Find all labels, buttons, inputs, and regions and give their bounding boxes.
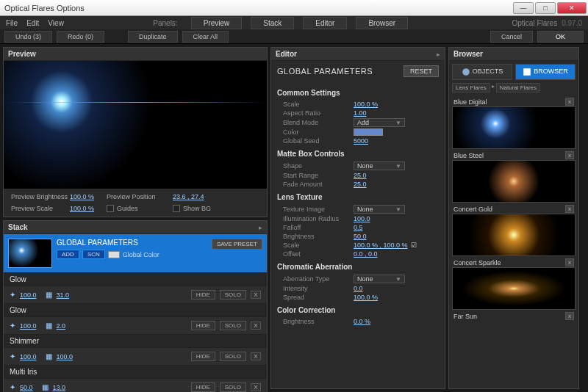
fade-amount-value[interactable]: 25.0: [354, 181, 367, 188]
save-preset-button[interactable]: SAVE PRESET: [212, 239, 262, 250]
collapse-icon[interactable]: ▸: [437, 51, 440, 58]
preset-thumbnail[interactable]: [452, 160, 576, 203]
preset-close-button[interactable]: x: [565, 151, 574, 159]
layer-brightness[interactable]: 50.0: [20, 384, 33, 391]
sun-icon: ✦: [10, 291, 15, 299]
reset-button[interactable]: RESET: [404, 65, 439, 77]
stack-layer[interactable]: ✦100.0▦2.0HIDESOLOX: [4, 316, 267, 334]
crumb-lens-flares[interactable]: Lens Flares: [452, 83, 490, 92]
link-icon[interactable]: ☑: [411, 242, 417, 249]
lens-brightness-value[interactable]: 50.0: [354, 233, 367, 240]
preset-name: Blue Digital: [453, 98, 487, 106]
global-parameters-strip[interactable]: GLOBAL PARAMETERS ADD SCN Global Color S…: [4, 234, 267, 272]
solo-button[interactable]: SOLO: [220, 382, 246, 392]
hide-button[interactable]: HIDE: [191, 382, 215, 392]
texture-dropdown[interactable]: None▼: [354, 205, 405, 214]
scn-button[interactable]: SCN: [82, 250, 105, 259]
menu-file[interactable]: File: [6, 19, 18, 27]
aspect-ratio-value[interactable]: 1.00: [354, 109, 367, 117]
hide-button[interactable]: HIDE: [191, 321, 215, 330]
preview-position-label: Preview Position: [107, 193, 173, 200]
browser-item[interactable]: Blue Digitalx: [452, 97, 576, 149]
solo-button[interactable]: SOLO: [220, 352, 246, 361]
preset-close-button[interactable]: x: [565, 205, 574, 213]
layer-brightness[interactable]: 100.0: [20, 322, 37, 330]
delete-button[interactable]: X: [251, 383, 261, 391]
layer-scale[interactable]: 31.0: [57, 291, 70, 299]
global-color-swatch[interactable]: [108, 251, 120, 258]
layer-scale[interactable]: 2.0: [57, 322, 66, 330]
stack-title: Stack: [8, 223, 28, 231]
cancel-button[interactable]: Cancel: [490, 31, 533, 43]
browser-item[interactable]: Concert Sparklex: [452, 258, 576, 310]
showbg-checkbox[interactable]: Show BG: [173, 205, 217, 212]
clear-all-button[interactable]: Clear All: [182, 31, 229, 43]
cc-brightness-value[interactable]: 0.0 %: [354, 318, 370, 325]
close-button[interactable]: ✕: [557, 2, 587, 14]
editor-panel: Editor▸ GLOBAL PARAMETERS RESET Common S…: [270, 47, 445, 389]
preview-brightness-value[interactable]: 100.0 %: [70, 193, 107, 200]
browser-item[interactable]: Far Sunx: [452, 311, 576, 321]
preset-close-button[interactable]: x: [565, 258, 574, 266]
sun-icon: ✦: [10, 322, 15, 330]
preset-thumbnail[interactable]: [452, 267, 576, 310]
add-button[interactable]: ADD: [57, 250, 79, 259]
layer-brightness[interactable]: 100.0: [20, 353, 37, 360]
maximize-button[interactable]: □: [535, 2, 556, 14]
color-swatch[interactable]: [354, 128, 383, 136]
global-seed-value[interactable]: 5000: [354, 137, 368, 145]
preset-thumbnail[interactable]: [452, 106, 576, 149]
lens-scale-value[interactable]: 100.0 % , 100.0 %: [354, 242, 408, 249]
guides-checkbox[interactable]: Guides: [107, 205, 173, 212]
collapse-icon[interactable]: ▸: [259, 224, 262, 231]
intensity-value[interactable]: 0.0: [354, 285, 363, 292]
aberration-dropdown[interactable]: None▼: [354, 275, 405, 283]
illumination-value[interactable]: 100.0: [354, 215, 370, 222]
redo-button[interactable]: Redo (0): [57, 31, 104, 43]
menu-edit[interactable]: Edit: [26, 19, 39, 27]
preview-scale-value[interactable]: 100.0 %: [70, 205, 107, 212]
layer-name: Multi Iris: [10, 368, 54, 376]
preview-position-value[interactable]: 23.6 , 27.4: [173, 193, 217, 200]
preset-thumbnail[interactable]: [452, 214, 576, 256]
shape-dropdown[interactable]: None▼: [354, 161, 405, 170]
stack-layer[interactable]: ✦100.0▦100.0HIDESOLOX: [4, 347, 267, 365]
svg-rect-1: [523, 68, 531, 76]
preview-viewport[interactable]: [4, 61, 267, 189]
ok-button[interactable]: OK: [537, 31, 584, 43]
crumb-natural-flares[interactable]: Natural Flares: [496, 83, 540, 92]
menu-view[interactable]: View: [48, 19, 64, 27]
minimize-button[interactable]: —: [513, 2, 534, 14]
solo-button[interactable]: SOLO: [220, 321, 246, 330]
panel-tab-editor[interactable]: Editor: [303, 17, 347, 29]
undo-button[interactable]: Undo (3): [4, 31, 52, 43]
browser-item[interactable]: Concert Goldx: [452, 204, 576, 256]
preset-close-button[interactable]: x: [565, 312, 574, 320]
offset-value[interactable]: 0.0 , 0.0: [354, 250, 378, 258]
blend-mode-dropdown[interactable]: Add▼: [354, 118, 405, 127]
browser-tab[interactable]: BROWSER: [515, 64, 576, 80]
panel-tab-browser[interactable]: Browser: [356, 17, 408, 29]
stack-layer[interactable]: ✦100.0▦31.0HIDESOLOX: [4, 286, 267, 303]
objects-tab[interactable]: OBJECTS: [452, 64, 512, 80]
layer-scale[interactable]: 13.0: [53, 384, 66, 391]
duplicate-button[interactable]: Duplicate: [128, 31, 178, 43]
scale-value[interactable]: 100.0 %: [354, 101, 378, 108]
panel-tab-preview[interactable]: Preview: [191, 17, 243, 29]
stack-layer[interactable]: ✦50.0▦13.0HIDESOLOX: [4, 378, 267, 392]
solo-button[interactable]: SOLO: [220, 290, 246, 300]
layer-scale[interactable]: 100.0: [57, 353, 74, 360]
panel-tab-stack[interactable]: Stack: [251, 17, 294, 29]
brand: Optical Flares0.97.0: [512, 19, 583, 27]
layer-brightness[interactable]: 100.0: [20, 291, 37, 299]
hide-button[interactable]: HIDE: [191, 290, 215, 300]
start-range-value[interactable]: 25.0: [354, 172, 367, 179]
spread-value[interactable]: 100.0 %: [354, 294, 378, 301]
falloff-value[interactable]: 0.5: [354, 224, 363, 231]
delete-button[interactable]: X: [251, 291, 261, 299]
delete-button[interactable]: X: [251, 352, 261, 360]
preset-close-button[interactable]: x: [565, 98, 574, 106]
delete-button[interactable]: X: [251, 322, 261, 330]
browser-item[interactable]: Blue Steelx: [452, 150, 576, 203]
hide-button[interactable]: HIDE: [191, 352, 215, 361]
